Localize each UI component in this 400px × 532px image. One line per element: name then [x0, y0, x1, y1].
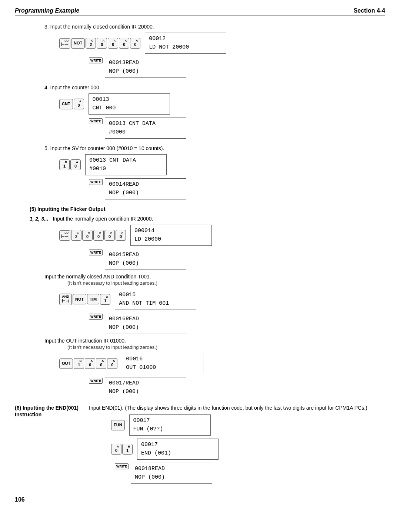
step4-lcd1: 00013 CNT 000: [89, 93, 170, 115]
flicker-step1-keys: LD ⊢⊣ C 2 A 0 A 0 A 0 A 0: [59, 230, 127, 241]
section-step4: 4. Input the counter 000. CNT A 0 00013 …: [15, 85, 385, 139]
key-flicker-a0-4[interactable]: A 0: [116, 230, 126, 241]
key-out[interactable]: OUT: [59, 358, 73, 369]
flicker-step3-lcd-line1: 00016: [126, 355, 199, 364]
step5-write-line2: NOP (000): [109, 189, 182, 198]
key-flicker-a0-2[interactable]: A 0: [93, 230, 104, 241]
flicker-step1-text: Input the normally open condition IR 200…: [53, 216, 385, 222]
flicker-step1-lcd-line1: 000014: [134, 227, 208, 235]
flicker-step2-write-line2: NOP (000): [109, 324, 182, 332]
key-out-b1[interactable]: B 1: [74, 358, 84, 369]
flicker-step3-text-block: Input the OUT instruction IR 01000. (It …: [44, 338, 385, 350]
flicker-step1-write-line2: NOP (000): [109, 260, 182, 268]
step3-text: 3. Input the normally closed condition I…: [44, 24, 385, 30]
header-right: Section 4-4: [354, 7, 385, 14]
end-fun-keys: FUN: [111, 420, 126, 430]
key-cnt[interactable]: CNT: [59, 99, 73, 109]
key-tim[interactable]: TIM: [87, 294, 99, 304]
flicker-step1-lcd: 000014 LD 20000: [130, 225, 212, 246]
key-not[interactable]: NOT: [71, 38, 85, 49]
key-end-b1[interactable]: B 1: [122, 444, 133, 455]
key-a0-3[interactable]: A 0: [119, 38, 129, 49]
step3-lcd1: 00012 LD NOT 20000: [145, 33, 226, 54]
key-flicker-c2[interactable]: C 2: [71, 230, 81, 241]
step4-write-line2: #0000: [109, 128, 182, 137]
flicker-step3-text: Input the OUT instruction IR 01000.: [44, 338, 385, 344]
flicker-step2-lcd-line2: AND NOT TIM 001: [119, 300, 192, 308]
flicker-step3-keys-row: OUT B 1 A 0 A 0 A 0 00016 OUT 01000: [59, 353, 385, 374]
flicker-step2-keys: AND ⊢⊣ NOT TIM B 1: [59, 294, 111, 305]
key-and-nc[interactable]: AND ⊢⊣: [59, 294, 72, 305]
step4-write-lcd: 00013 CNT DATA #0000: [105, 118, 186, 139]
section6-content: Input END(01). (The display shows three …: [89, 405, 385, 485]
flicker-step-header: 1, 2, 3... Input the normally open condi…: [30, 216, 385, 222]
key-b1-and[interactable]: B 1: [100, 294, 110, 305]
flicker-step2-write-label: WRITE: [89, 314, 103, 320]
section-flicker: (5) Inputting the Flicker Output 1, 2, 3…: [15, 206, 385, 398]
end-fun-row: FUN 00017 FUN (0??): [111, 414, 385, 436]
step3-write-lcd: 00013READ NOP (000): [105, 57, 186, 78]
flicker-step2-text-block: Input the normally closed AND condition …: [44, 274, 385, 286]
key-ld-top: LD: [64, 39, 69, 42]
flicker-step3-write-line2: NOP (000): [109, 388, 182, 396]
step3-write-row: WRITE 00013READ NOP (000): [89, 57, 385, 78]
flicker-step-label: 1, 2, 3...: [30, 216, 49, 222]
key-cnt-a0[interactable]: A 0: [74, 99, 84, 109]
section-step5: 5. Input the SV for counter 000 (#0010 =…: [15, 145, 385, 199]
key-end-a0[interactable]: A 0: [111, 444, 121, 455]
flicker-step1-write-lcd: 00015READ NOP (000): [105, 249, 186, 270]
flicker-step2-keys-row: AND ⊢⊣ NOT TIM B 1 00015 AND NOT TIM 001: [59, 289, 385, 310]
flicker-step3-keys: OUT B 1 A 0 A 0 A 0: [59, 358, 118, 369]
section6-desc: Input END(01). (The display shows three …: [89, 405, 385, 411]
flicker-step2-lcd-line1: 00015: [119, 291, 192, 300]
flicker-step3-write-lcd: 00017READ NOP (000): [105, 377, 186, 398]
key-out-a0-2[interactable]: A 0: [96, 358, 106, 369]
page-header: Programming Example Section 4-4: [15, 7, 385, 16]
step5-write-label: WRITE: [89, 179, 103, 185]
key-flicker-a0-3[interactable]: A 0: [104, 230, 115, 241]
flicker-step3-note: (It isn't necessary to input leading zer…: [67, 344, 385, 350]
flicker-step3-write-line1: 00017READ: [109, 379, 182, 388]
key-c2[interactable]: C 2: [86, 38, 96, 49]
key-a0-sv[interactable]: A 0: [70, 159, 81, 170]
step5-text: 5. Input the SV for counter 000 (#0010 =…: [44, 145, 385, 151]
end-end-lcd-line2: END (001): [141, 449, 214, 458]
step5-lcd1: 00013 CNT DATA #0010: [85, 154, 167, 175]
end-write-label: WRITE: [115, 463, 129, 469]
section-end: (6) Inputting the END(001) Instruction I…: [15, 405, 385, 485]
step4-keys: CNT A 0: [59, 99, 85, 109]
key-out-a0-1[interactable]: A 0: [85, 358, 95, 369]
flicker-step2-write-lcd: 00016READ NOP (000): [105, 313, 186, 334]
end-write-lcd-line2: NOP (000): [135, 473, 208, 482]
end-write-lcd-line1: 00018READ: [135, 465, 208, 473]
end-fun-lcd: 00017 FUN (0??): [129, 414, 211, 436]
step5-write-row: WRITE 00014READ NOP (000): [89, 178, 385, 199]
flicker-step2-note: (It isn't necessary to input leading zer…: [67, 280, 385, 286]
section6-label-block: (6) Inputting the END(001) Instruction: [15, 405, 89, 417]
flicker-step3-lcd-line2: OUT 01000: [126, 364, 199, 372]
step4-write-row: WRITE 00013 CNT DATA #0000: [89, 118, 385, 139]
key-a0-1[interactable]: A 0: [97, 38, 107, 49]
end-write-lcd: 00018READ NOP (000): [131, 463, 212, 484]
flicker-step2-write-line1: 00016READ: [109, 315, 182, 324]
key-out-a0-3[interactable]: A 0: [107, 358, 117, 369]
flicker-step1-write-line1: 00015READ: [109, 251, 182, 260]
step4-lcd1-line1: 00013: [93, 96, 166, 104]
step5-keys: B 1 A 0: [59, 159, 81, 170]
section6-title1: (6) Inputting the END(001): [15, 405, 89, 411]
key-b1[interactable]: B 1: [59, 159, 70, 170]
key-fun[interactable]: FUN: [111, 420, 125, 430]
key-ld[interactable]: LD ⊢⊣: [59, 38, 70, 49]
key-a0-4[interactable]: A 0: [130, 38, 140, 49]
key-and-not[interactable]: NOT: [73, 294, 86, 304]
step5-lcd1-line1: 00013 CNT DATA: [89, 156, 163, 165]
step5-keys-row: B 1 A 0 00013 CNT DATA #0010: [59, 154, 385, 175]
flicker-step1-write-label: WRITE: [89, 250, 103, 255]
page-number: 106: [15, 496, 25, 503]
key-a0-2[interactable]: A 0: [108, 38, 118, 49]
end-end-row: A 0 B 1 00017 END (001): [111, 439, 385, 460]
key-flicker-a0-1[interactable]: A 0: [82, 230, 93, 241]
end-end-lcd-line1: 00017: [141, 441, 214, 449]
key-ld-no[interactable]: LD ⊢⊣: [59, 230, 70, 241]
step3-write-line2: NOP (000): [109, 67, 182, 76]
